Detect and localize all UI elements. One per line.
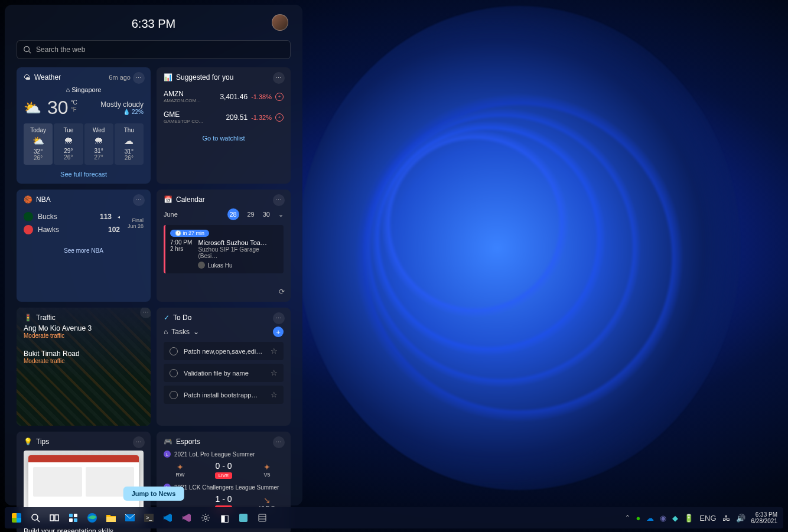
weather-precip: 22% [132, 109, 144, 115]
search-icon[interactable] [27, 510, 44, 526]
onedrive-icon[interactable]: ☁ [646, 514, 654, 523]
stock-row[interactable]: AMZNAMAZON.COM… 3,401.46 -1.38% + [164, 86, 284, 107]
todo-item[interactable]: Patch install bootstrapp…☆ [164, 386, 284, 404]
location-icon: ⌂ [66, 86, 70, 93]
volume-icon[interactable]: 🔊 [736, 514, 745, 523]
nba-widget[interactable]: 🏀 NBA ⋯ Bucks113◂ Hawks102 Final Jun 28 … [17, 190, 151, 302]
jump-to-news-button[interactable]: Jump to News [123, 487, 184, 501]
calendar-day[interactable]: 29 [248, 211, 255, 218]
add-task-button[interactable]: + [273, 327, 284, 337]
chevron-down-icon[interactable]: ⌄ [278, 211, 284, 218]
network-icon[interactable]: 🖧 [722, 514, 730, 523]
more-button[interactable]: ⋯ [273, 312, 285, 324]
esports-title: Esports [176, 438, 200, 446]
teams-icon[interactable]: ◉ [660, 514, 666, 523]
todo-item[interactable]: Validation file by name☆ [164, 364, 284, 382]
visual-studio-icon[interactable] [178, 510, 195, 526]
app-icon[interactable] [235, 510, 252, 526]
refresh-icon[interactable]: ⟳ [279, 288, 285, 296]
checkbox[interactable] [170, 391, 178, 399]
user-avatar[interactable] [272, 14, 288, 31]
watchlist-link[interactable]: Go to watchlist [164, 135, 284, 142]
explorer-icon[interactable] [103, 510, 119, 526]
security-icon[interactable]: ◆ [672, 514, 678, 523]
weather-day[interactable]: Today⛅32°26° [24, 123, 53, 165]
star-icon[interactable]: ☆ [271, 368, 278, 377]
traffic-route: Ang Mo Kio Avenue 3 [24, 324, 144, 332]
system-tray[interactable]: ˄ ● ☁ ◉ ◆ 🔋 ENG 🖧 🔊 6:33 PM 6/28/2021 [626, 511, 783, 524]
traffic-status: Moderate traffic [24, 358, 144, 364]
battery-icon[interactable]: 🔋 [684, 514, 693, 523]
weather-day[interactable]: Thu☁31°26° [115, 123, 144, 165]
todo-item[interactable]: Patch new,open,save,edi…☆ [164, 342, 284, 360]
app-icon[interactable]: ◧ [216, 510, 233, 526]
weather-updated: 6m ago [109, 74, 131, 81]
checkbox[interactable] [170, 347, 178, 355]
more-button[interactable]: ⋯ [273, 194, 285, 206]
todo-title: To Do [173, 314, 191, 322]
checkbox[interactable] [170, 369, 178, 377]
more-button[interactable]: ⋯ [273, 72, 285, 84]
todo-widget[interactable]: ✓ To Do ⋯ ⌂ Tasks ⌄ + Patch new,open,sav… [157, 308, 291, 426]
search-input[interactable]: Search the web [17, 40, 291, 59]
weather-widget[interactable]: 🌤 Weather 6m ago ⋯ ⌂ Singapore ⛅ 30 °C°F… [17, 67, 151, 184]
more-button[interactable]: ⋯ [133, 72, 145, 84]
wechat-icon[interactable]: ● [636, 514, 640, 523]
chevron-up-icon[interactable]: ˄ [626, 514, 630, 523]
league-icon: L [164, 451, 171, 458]
taskbar-clock[interactable]: 6:33 PM 6/28/2021 [751, 511, 778, 524]
add-stock-icon[interactable]: + [275, 113, 284, 122]
gamepad-icon: 🎮 [164, 438, 172, 446]
svg-rect-7 [74, 514, 77, 517]
weather-temp: 30 °C°F [47, 97, 77, 119]
task-view-icon[interactable] [46, 510, 63, 526]
widgets-icon[interactable] [65, 510, 82, 526]
svg-rect-9 [74, 518, 77, 522]
terminal-icon[interactable]: >_ [141, 510, 157, 526]
more-button[interactable]: ⋯ [133, 436, 145, 448]
stocks-widget[interactable]: 📊 Suggested for you ⋯ AMZNAMAZON.COM… 3,… [157, 67, 291, 184]
calendar-day-selected[interactable]: 28 [227, 208, 239, 220]
weather-day[interactable]: Tue🌧29°26° [54, 123, 83, 165]
esports-match[interactable]: ✦RW 0 - 0LIVE ✦V5 [164, 460, 284, 480]
more-button[interactable]: ⋯ [273, 436, 285, 448]
nba-more-link[interactable]: See more NBA [24, 247, 144, 254]
calendar-icon: 📅 [164, 195, 172, 204]
panel-time: 6:33 PM [132, 17, 175, 31]
more-button[interactable]: ⋯ [133, 194, 145, 206]
svg-point-2 [32, 514, 38, 520]
calendar-event[interactable]: 🕐 in 27 min 7:00 PM2 hrs Microsoft Suzho… [164, 225, 284, 273]
calendar-title: Calendar [176, 195, 205, 204]
svg-rect-16 [239, 514, 248, 522]
settings-icon[interactable] [197, 510, 214, 526]
calendar-day[interactable]: 30 [263, 211, 270, 218]
weather-day[interactable]: Wed🌧31°27° [84, 123, 113, 165]
check-icon: ✓ [164, 314, 170, 322]
edge-icon[interactable] [84, 510, 100, 526]
weather-forecast-link[interactable]: See full forecast [24, 171, 144, 178]
star-icon[interactable]: ☆ [271, 390, 278, 399]
svg-line-3 [37, 520, 40, 522]
weather-forecast: Today⛅32°26° Tue🌧29°26° Wed🌧31°27° Thu☁3… [24, 123, 144, 165]
calendar-month: June [164, 211, 178, 218]
app-icon[interactable] [254, 510, 271, 526]
team-logo [24, 212, 33, 221]
mail-icon[interactable] [122, 510, 138, 526]
vscode-icon[interactable] [159, 510, 176, 526]
language-indicator[interactable]: ENG [699, 514, 716, 523]
team-icon: ↘ [255, 495, 279, 505]
start-button[interactable] [8, 510, 25, 526]
chevron-down-icon[interactable]: ⌄ [193, 328, 199, 336]
add-stock-icon[interactable]: + [275, 93, 284, 101]
traffic-widget[interactable]: 🚦 Traffic ⋯ Ang Mo Kio Avenue 3 Moderate… [17, 308, 151, 426]
taskbar: >_ ◧ ˄ ● ☁ ◉ ◆ 🔋 ENG 🖧 🔊 6:33 PM 6/28/20… [5, 507, 783, 528]
weather-now-icon: ⛅ [24, 100, 41, 116]
star-icon[interactable]: ☆ [271, 347, 278, 355]
team-icon: ✦ [168, 462, 192, 472]
avatar-icon [198, 262, 205, 269]
todo-list-label[interactable]: Tasks [171, 328, 190, 336]
more-button[interactable]: ⋯ [140, 308, 151, 318]
stock-row[interactable]: GMEGAMESTOP CO… 209.51 -1.32% + [164, 107, 284, 128]
calendar-widget[interactable]: 📅 Calendar ⋯ June 28 29 30 ⌄ 🕐 in 27 min… [157, 190, 291, 302]
weather-location: Singapore [71, 86, 101, 93]
